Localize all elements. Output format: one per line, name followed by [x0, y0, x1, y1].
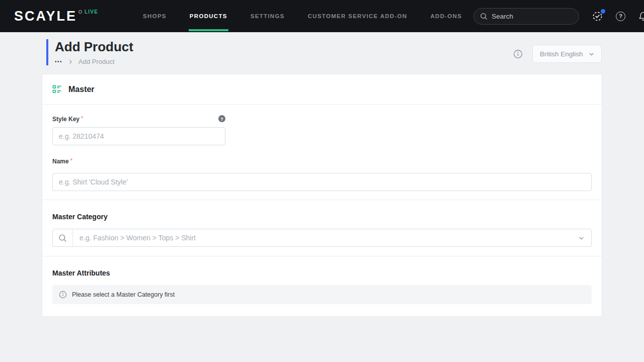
- name-label: Name: [52, 158, 69, 165]
- style-key-field: Style Key* ?: [52, 114, 592, 145]
- name-field: Name*: [52, 156, 592, 191]
- page-title: Add Product: [55, 39, 133, 54]
- language-selected-value: British English: [540, 50, 583, 58]
- master-attributes-label: Master Attributes: [52, 269, 592, 277]
- logo-text: SCAYLE: [14, 8, 77, 25]
- style-key-help-icon[interactable]: ?: [218, 115, 225, 122]
- search-icon: [480, 13, 488, 20]
- master-category-input[interactable]: [73, 234, 578, 242]
- nav-item-add-ons[interactable]: ADD-ONS: [419, 0, 473, 32]
- breadcrumb-current: Add Product: [78, 58, 115, 65]
- top-nav: SCAYLE LIVE SHOPS PRODUCTS SETTINGS CUST…: [0, 0, 644, 32]
- nav-item-customer-service-add-on[interactable]: CUSTOMER SERVICE ADD-ON: [296, 0, 419, 32]
- nav-item-settings[interactable]: SETTINGS: [239, 0, 296, 32]
- notifications-button[interactable]: 1: [638, 11, 644, 22]
- breadcrumb-ellipsis-icon[interactable]: •••: [55, 58, 62, 65]
- main-nav: SHOPS PRODUCTS SETTINGS CUSTOMER SERVICE…: [131, 0, 473, 32]
- status-indicator-dot: [601, 9, 605, 14]
- master-section-icon: [52, 84, 62, 94]
- language-selector[interactable]: British English: [532, 45, 602, 63]
- name-input[interactable]: [52, 173, 592, 191]
- master-attributes-section: Master Attributes Please select a Master…: [42, 256, 602, 316]
- page-header: Add Product ••• Add Product: [0, 32, 644, 65]
- breadcrumb: ••• Add Product: [55, 58, 133, 65]
- chevron-down-icon[interactable]: [578, 235, 585, 241]
- master-card-header: Master: [42, 74, 602, 105]
- help-button[interactable]: ?: [616, 12, 625, 21]
- notice-text: Please select a Master Category first: [72, 291, 175, 298]
- category-search-icon: [53, 229, 73, 246]
- task-status-button[interactable]: [592, 11, 603, 22]
- chevron-right-icon: [68, 59, 73, 64]
- nav-item-shops[interactable]: SHOPS: [131, 0, 178, 32]
- style-key-label: Style Key: [52, 116, 79, 123]
- master-card: Master Style Key* ? Name* Master Ca: [42, 74, 602, 317]
- master-basic-section: Style Key* ? Name*: [42, 105, 602, 200]
- bell-icon: [638, 11, 644, 22]
- required-asterisk: *: [70, 157, 72, 163]
- main-content: Add Product ••• Add Product: [0, 32, 644, 317]
- master-category-section: Master Category: [42, 200, 602, 256]
- master-card-title: Master: [68, 85, 95, 94]
- master-category-label: Master Category: [52, 213, 592, 221]
- style-key-input[interactable]: [52, 127, 225, 145]
- chevron-down-icon: [588, 51, 595, 57]
- info-icon[interactable]: [513, 49, 523, 59]
- search-input[interactable]: [492, 13, 573, 20]
- scayle-logo[interactable]: SCAYLE LIVE: [14, 8, 98, 25]
- live-badge: LIVE: [85, 9, 98, 15]
- question-mark-icon: ?: [616, 12, 625, 21]
- header-right-tools: British English: [513, 45, 602, 63]
- logo-circle-icon: [78, 10, 82, 14]
- category-required-notice: Please select a Master Category first: [52, 285, 592, 304]
- nav-item-products[interactable]: PRODUCTS: [178, 0, 239, 32]
- required-asterisk: *: [81, 115, 83, 121]
- global-search[interactable]: [473, 8, 579, 25]
- nav-right-tools: ? 1 SB: [473, 8, 644, 25]
- master-category-select[interactable]: [52, 229, 592, 247]
- title-block: Add Product ••• Add Product: [46, 39, 133, 65]
- info-circle-icon: [59, 291, 67, 299]
